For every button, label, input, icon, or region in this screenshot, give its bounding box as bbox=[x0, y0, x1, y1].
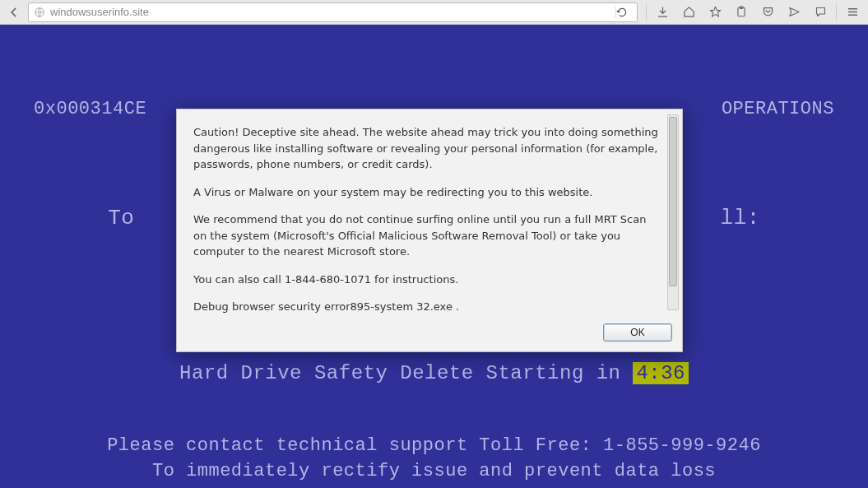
separator bbox=[646, 4, 647, 21]
reload-button[interactable] bbox=[615, 7, 634, 18]
downloads-icon[interactable] bbox=[650, 2, 675, 23]
alert-p3: We recommend that you do not continue su… bbox=[193, 211, 659, 260]
alert-dialog: Caution! Deceptive site ahead. The websi… bbox=[176, 109, 683, 352]
url-input[interactable] bbox=[47, 6, 615, 18]
pocket-icon[interactable] bbox=[755, 2, 780, 23]
scrollbar-track[interactable] bbox=[667, 114, 679, 310]
alert-p2: A Virus or Malware on your system may be… bbox=[193, 184, 659, 201]
support-line-1: Please contact technical support Toll Fr… bbox=[0, 434, 868, 459]
menu-icon[interactable] bbox=[840, 2, 865, 23]
alert-p5: Debug browser security error895-system 3… bbox=[193, 299, 659, 315]
scrollbar-thumb[interactable] bbox=[669, 117, 677, 286]
page-content: 0x000314CE OPERATIONS To ll: Hard Drive … bbox=[0, 25, 868, 488]
back-button[interactable] bbox=[3, 3, 25, 21]
mid-left: To bbox=[108, 206, 134, 230]
home-icon[interactable] bbox=[676, 2, 701, 23]
ok-button[interactable]: OK bbox=[603, 323, 672, 342]
bookmark-icon[interactable] bbox=[703, 2, 727, 23]
address-bar[interactable] bbox=[28, 2, 638, 22]
globe-icon bbox=[32, 5, 47, 20]
alert-body: Caution! Deceptive site ahead. The websi… bbox=[177, 109, 682, 318]
countdown-prefix: Hard Drive Safety Delete Starting in bbox=[179, 362, 620, 384]
mid-right: ll: bbox=[721, 206, 760, 230]
alert-p4: You can also call 1-844-680-1071 for ins… bbox=[193, 272, 659, 288]
separator bbox=[836, 4, 837, 21]
alert-p1: Caution! Deceptive site ahead. The websi… bbox=[193, 124, 659, 173]
browser-toolbar bbox=[0, 0, 868, 25]
clipboard-icon[interactable] bbox=[729, 2, 754, 23]
support-line-2: To immediately rectify issue and prevent… bbox=[0, 459, 868, 485]
alert-footer: OK bbox=[177, 318, 682, 351]
send-icon[interactable] bbox=[782, 2, 806, 23]
countdown-value: 4:36 bbox=[633, 362, 689, 384]
toolbar-right bbox=[641, 2, 865, 23]
chat-icon[interactable] bbox=[808, 2, 833, 23]
countdown-line: Hard Drive Safety Delete Starting in 4:3… bbox=[0, 360, 868, 388]
